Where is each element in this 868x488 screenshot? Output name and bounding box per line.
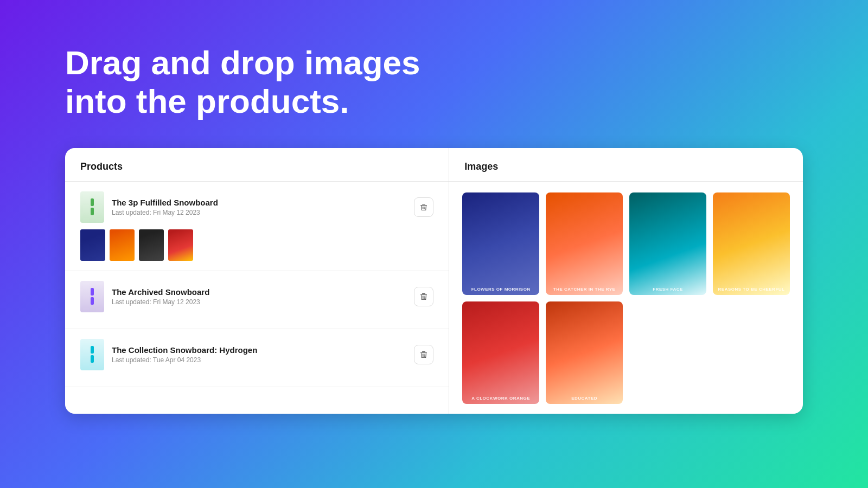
product-updated-2: Last updated: Fri May 12 2023 [112,298,209,306]
product-top-row-2: The Archived Snowboard Last updated: Fri… [80,281,433,312]
image-card-5[interactable]: A Clockwork Orange [462,301,539,404]
image-card-6[interactable]: Educated [546,301,623,404]
product-top-row: The 3p Fulfilled Snowboard Last updated:… [80,191,433,223]
svg-rect-6 [422,293,425,294]
snowboard-icon-teal [80,339,104,370]
product-info: The 3p Fulfilled Snowboard Last updated:… [80,191,218,223]
product-item-archived: The Archived Snowboard Last updated: Fri… [65,271,449,329]
product-name-2: The Archived Snowboard [112,287,209,297]
delete-button-hydrogen[interactable] [414,345,433,364]
book-cover-inner-2: The Catcher in the Rye [546,192,623,295]
svg-rect-10 [420,352,427,353]
product-thumbnail-3 [80,339,104,370]
book-label-3: Fresh Face [653,287,683,292]
image-card-2[interactable]: The Catcher in the Rye [546,192,623,295]
svg-rect-11 [422,351,425,352]
mini-book-4 [168,229,193,261]
product-meta-2: The Archived Snowboard Last updated: Fri… [112,287,209,306]
product-meta-3: The Collection Snowboard: Hydrogen Last … [112,345,257,364]
product-info-2: The Archived Snowboard Last updated: Fri… [80,281,209,312]
snowboard-line [91,297,94,305]
products-panel: Products The 3p Fulfilled Snowboard [65,148,449,414]
book-cover-inner-6: Educated [546,301,623,404]
trash-icon-2 [419,292,428,301]
book-cover-inner-1: Flowers of Morrison [462,192,539,295]
product-item-3p: The 3p Fulfilled Snowboard Last updated:… [65,182,449,271]
product-meta: The 3p Fulfilled Snowboard Last updated:… [112,198,218,216]
snowboard-line [91,198,94,206]
panel-divider [449,148,449,414]
products-list[interactable]: The 3p Fulfilled Snowboard Last updated:… [65,182,449,414]
delete-button-3p[interactable] [414,197,433,217]
hero-title-line1: Drag and drop images [65,44,420,81]
product-updated: Last updated: Fri May 12 2023 [112,209,218,216]
mini-book-1 [80,229,105,261]
main-card: Products The 3p Fulfilled Snowboard [65,148,803,414]
product-images-row [80,229,433,261]
mini-book-2 [110,229,135,261]
book-label-1: Flowers of Morrison [471,287,531,292]
book-label-6: Educated [571,396,597,401]
image-card-3[interactable]: Fresh Face [629,192,706,295]
snowboard-line [91,288,94,296]
product-item-hydrogen: The Collection Snowboard: Hydrogen Last … [65,329,449,387]
product-name-3: The Collection Snowboard: Hydrogen [112,345,257,355]
snowboard-line [91,355,94,363]
products-panel-header: Products [65,148,449,182]
product-thumbnail-2 [80,281,104,312]
svg-rect-5 [420,294,427,295]
image-card-1[interactable]: Flowers of Morrison [462,192,539,295]
book-cover-inner-3: Fresh Face [629,192,706,295]
svg-rect-0 [420,205,427,206]
product-name: The 3p Fulfilled Snowboard [112,198,218,207]
images-panel-header: Images [449,148,803,182]
product-thumbnail [80,191,104,223]
snowboard-icon-purple [80,281,104,312]
book-label-4: Reasons to be Cheerful [718,287,785,292]
snowboard-line [91,346,94,354]
mini-book-3 [139,229,164,261]
hero-title-line2: into the products. [65,82,349,120]
book-cover-inner-5: A Clockwork Orange [462,301,539,404]
products-panel-title: Products [80,161,433,172]
svg-rect-1 [422,204,425,204]
trash-icon-3 [419,350,428,359]
image-card-4[interactable]: Reasons to be Cheerful [713,192,790,295]
product-info-3: The Collection Snowboard: Hydrogen Last … [80,339,257,370]
images-grid: Flowers of Morrison The Catcher in the R… [449,182,803,414]
delete-button-archived[interactable] [414,287,433,306]
book-label-2: The Catcher in the Rye [553,287,616,292]
book-label-5: A Clockwork Orange [471,396,530,401]
book-cover-inner-4: Reasons to be Cheerful [713,192,790,295]
snowboard-icon-green [80,191,104,223]
images-panel-title: Images [464,161,788,172]
snowboard-line [91,208,94,215]
product-top-row-3: The Collection Snowboard: Hydrogen Last … [80,339,433,370]
product-updated-3: Last updated: Tue Apr 04 2023 [112,356,257,364]
images-panel: Images Flowers of Morrison The Catcher i… [449,148,803,414]
hero-title: Drag and drop images into the products. [65,43,420,121]
trash-icon [419,203,428,211]
